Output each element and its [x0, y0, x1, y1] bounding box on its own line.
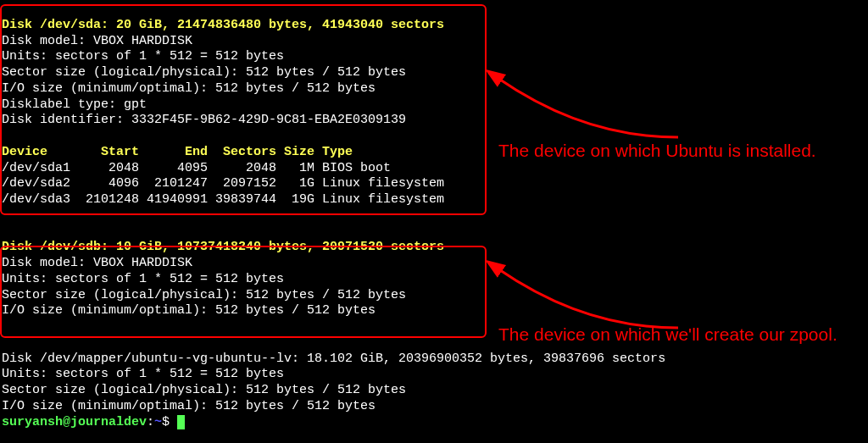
disk-sdb-sector: Sector size (logical/physical): 512 byte… — [2, 288, 406, 302]
partition-row-1: /dev/sda1 2048 4095 2048 1M BIOS boot — [2, 161, 391, 175]
disk-sdb-model: Disk model: VBOX HARDDISK — [2, 256, 192, 270]
partition-row-2: /dev/sda2 4096 2101247 2097152 1G Linux … — [2, 176, 444, 191]
disk-mapper-sector: Sector size (logical/physical): 512 byte… — [2, 383, 406, 397]
disk-sdb-io: I/O size (minimum/optimal): 512 bytes / … — [2, 303, 376, 318]
disk-sda-label: Disklabel type: gpt — [2, 97, 147, 112]
disk-sdb-units: Units: sectors of 1 * 512 = 512 bytes — [2, 272, 284, 286]
disk-mapper-header: Disk /dev/mapper/ubuntu--vg-ubuntu--lv: … — [2, 352, 665, 366]
prompt-colon: : — [147, 415, 154, 429]
prompt-path: ~ — [154, 415, 162, 429]
disk-sdb-header: Disk /dev/sdb: 10 GiB, 10737418240 bytes… — [2, 240, 444, 254]
partition-row-3: /dev/sda3 2101248 41940991 39839744 19G … — [2, 192, 444, 207]
disk-sda-model: Disk model: VBOX HARDDISK — [2, 34, 192, 48]
disk-sda-ident: Disk identifier: 3332F45F-9B62-429D-9C81… — [2, 113, 406, 127]
disk-mapper-units: Units: sectors of 1 * 512 = 512 bytes — [2, 367, 284, 381]
annotation-sdb: The device on which we'll create our zpo… — [498, 324, 863, 346]
terminal-output: Disk /dev/sda: 20 GiB, 21474836480 bytes… — [0, 0, 868, 430]
cursor-icon — [177, 415, 185, 429]
annotation-sda: The device on which Ubuntu is installed. — [498, 140, 854, 162]
disk-mapper-io: I/O size (minimum/optimal): 512 bytes / … — [2, 399, 376, 413]
disk-sda-header: Disk /dev/sda: 20 GiB, 21474836480 bytes… — [2, 18, 444, 32]
prompt-dollar: $ — [162, 415, 177, 429]
shell-prompt[interactable]: suryansh@journaldev:~$ — [2, 415, 185, 429]
partition-table-header: Device Start End Sectors Size Type — [2, 145, 353, 159]
prompt-user-host: suryansh@journaldev — [2, 415, 147, 429]
disk-sda-units: Units: sectors of 1 * 512 = 512 bytes — [2, 49, 284, 64]
disk-sda-sector: Sector size (logical/physical): 512 byte… — [2, 65, 406, 80]
disk-sda-io: I/O size (minimum/optimal): 512 bytes / … — [2, 81, 376, 96]
